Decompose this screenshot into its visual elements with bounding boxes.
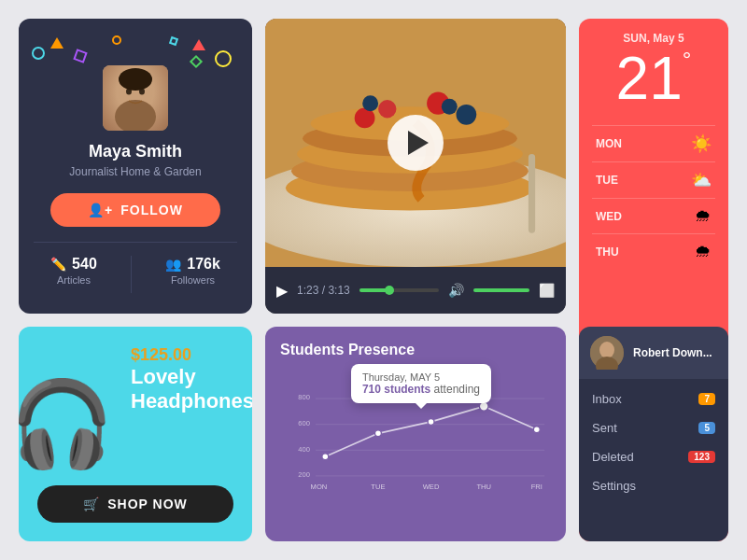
forecast-row-wed: WED 🌧 — [592, 198, 715, 233]
forecast-day-wed: WED — [596, 210, 624, 223]
articles-count: 540 — [72, 256, 97, 273]
product-price: $125.00 — [131, 345, 233, 365]
notification-area: Robert Down... Inbox 7 Sent 5 Deleted 12… — [579, 327, 728, 541]
video-thumbnail[interactable] — [265, 19, 566, 267]
pencil-icon: ✏️ — [50, 257, 66, 272]
avatar — [103, 65, 168, 131]
volume-bar[interactable] — [473, 288, 529, 292]
shop-now-button[interactable]: 🛒 SHOP NOW — [37, 485, 233, 523]
svg-point-31 — [533, 427, 540, 433]
weather-icon-tue: ⛅ — [691, 170, 712, 190]
product-name: Lovely Headphones — [131, 365, 233, 414]
product-info: $125.00 Lovely Headphones — [131, 345, 233, 414]
svg-text:600: 600 — [298, 419, 310, 427]
svg-point-15 — [457, 105, 477, 125]
follow-label: FOLLOW — [120, 203, 183, 217]
fullscreen-button[interactable]: ⬜ — [539, 283, 555, 298]
deleted-count: 123 — [688, 451, 715, 463]
profile-card: Maya Smith Journalist Home & Garden 👤+ F… — [19, 19, 252, 314]
inbox-item-settings[interactable]: Settings — [579, 471, 728, 500]
forecast-row-mon: MON ☀️ — [592, 125, 715, 161]
video-progress-bar[interactable] — [359, 288, 439, 292]
svg-point-16 — [442, 99, 458, 115]
follow-icon: 👤+ — [88, 203, 113, 217]
svg-point-1 — [115, 100, 156, 131]
chart-tooltip: Thursday, MAY 5 710 students attending — [351, 364, 491, 403]
video-card: ▶ 1:23 / 3:13 🔊 ⬜ — [265, 19, 566, 314]
email-profile: Robert Down... — [579, 327, 728, 379]
svg-text:MON: MON — [311, 483, 328, 491]
svg-point-29 — [428, 418, 434, 425]
svg-point-38 — [599, 342, 614, 358]
svg-point-17 — [362, 95, 378, 111]
chart-title: Students Presence — [280, 342, 551, 358]
email-avatar — [590, 336, 624, 370]
sent-label: Sent — [592, 421, 617, 435]
weather-temperature: 21° — [592, 49, 715, 108]
forecast-row-thu: THU 🌧 — [592, 233, 715, 269]
cart-icon: 🛒 — [83, 497, 100, 511]
followers-stat: 👥 176k Followers — [165, 256, 220, 293]
play-pause-button[interactable]: ▶ — [276, 282, 288, 300]
forecast-row-tue: TUE ⛅ — [592, 161, 715, 198]
play-button[interactable] — [388, 115, 444, 171]
articles-label: Articles — [57, 274, 91, 286]
svg-rect-18 — [529, 154, 535, 233]
profile-stats: ✏️ 540 Articles 👥 176k Followers — [34, 242, 237, 293]
profile-title: Journalist Home & Garden — [69, 165, 201, 178]
email-username: Robert Down... — [633, 346, 712, 359]
inbox-menu: Inbox 7 Sent 5 Deleted 123 Settings — [579, 379, 728, 541]
shop-label: SHOP NOW — [107, 497, 188, 511]
inbox-item-inbox[interactable]: Inbox 7 — [579, 385, 728, 413]
svg-text:TUE: TUE — [371, 483, 385, 491]
dashboard-container: Maya Smith Journalist Home & Garden 👤+ F… — [9, 9, 738, 551]
deleted-label: Deleted — [592, 450, 634, 464]
people-icon: 👥 — [165, 257, 181, 272]
chart-card: Students Presence Thursday, MAY 5 710 st… — [265, 327, 566, 541]
weather-icon-mon: ☀️ — [691, 133, 712, 154]
svg-text:200: 200 — [298, 470, 310, 479]
follow-button[interactable]: 👤+ FOLLOW — [50, 193, 220, 227]
volume-icon[interactable]: 🔊 — [448, 283, 464, 298]
sent-count: 5 — [698, 422, 715, 434]
profile-name: Maya Smith — [89, 142, 182, 161]
forecast-day-mon: MON — [596, 137, 624, 150]
followers-label: Followers — [171, 274, 215, 286]
video-controls: ▶ 1:23 / 3:13 🔊 ⬜ — [265, 267, 566, 314]
tooltip-value: 710 students — [362, 383, 430, 396]
svg-text:800: 800 — [298, 393, 310, 401]
articles-stat: ✏️ 540 Articles — [50, 256, 97, 293]
svg-point-4 — [119, 68, 152, 91]
weather-icon-thu: 🌧 — [695, 242, 712, 261]
product-card: 🎧 $125.00 Lovely Headphones 🛒 SHOP NOW — [19, 327, 252, 541]
tooltip-date: Thursday, MAY 5 — [362, 371, 480, 383]
stat-divider — [131, 256, 132, 293]
svg-text:400: 400 — [298, 445, 310, 454]
svg-text:FRI: FRI — [531, 483, 543, 491]
progress-dot — [385, 286, 394, 295]
play-icon — [408, 131, 429, 155]
forecast-day-tue: TUE — [596, 174, 624, 187]
weather-icon-wed: 🌧 — [695, 206, 712, 226]
svg-text:THU: THU — [476, 483, 491, 491]
video-time: 1:23 / 3:13 — [297, 284, 350, 297]
forecast-day-thu: THU — [596, 245, 624, 259]
inbox-count: 7 — [698, 393, 715, 405]
followers-count: 176k — [187, 256, 220, 273]
svg-point-27 — [322, 454, 329, 460]
svg-text:WED: WED — [423, 483, 440, 491]
settings-label: Settings — [592, 479, 636, 493]
inbox-item-sent[interactable]: Sent 5 — [579, 413, 728, 442]
svg-point-28 — [375, 430, 382, 437]
inbox-label: Inbox — [592, 392, 622, 406]
weather-today: SUN, May 5 21° — [592, 32, 715, 118]
headphone-image: 🎧 — [19, 375, 114, 473]
svg-point-13 — [378, 100, 396, 118]
weather-date: SUN, May 5 — [592, 32, 715, 45]
inbox-item-deleted[interactable]: Deleted 123 — [579, 442, 728, 471]
tooltip-suffix: attending — [434, 383, 480, 396]
